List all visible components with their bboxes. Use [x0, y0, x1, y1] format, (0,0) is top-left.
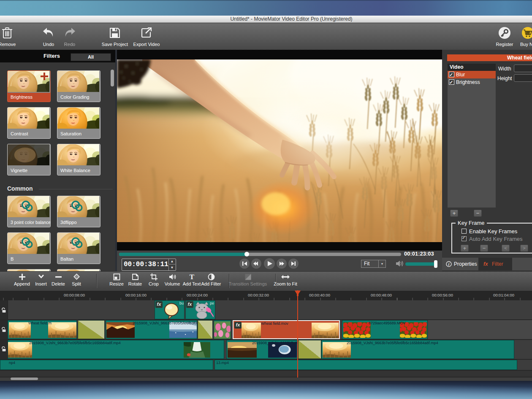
svg-text:i: i [448, 262, 450, 267]
svg-text:T: T [189, 273, 194, 280]
